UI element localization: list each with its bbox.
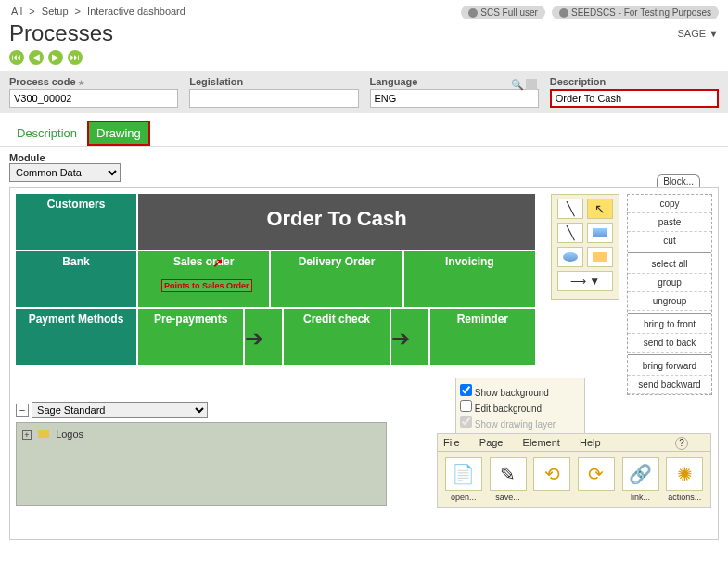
- tool-pointer[interactable]: ↖: [587, 199, 613, 219]
- open-icon: 📄: [445, 457, 482, 491]
- resource-select[interactable]: Sage Standard: [32, 402, 208, 418]
- tab-description[interactable]: Description: [9, 122, 84, 144]
- drawing-canvas[interactable]: Customers Order To Cash Bank Sales order…: [9, 187, 719, 540]
- redo-icon: ⟳: [578, 457, 615, 491]
- block-sales-order[interactable]: Sales order ↗ Points to Sales Order: [138, 251, 269, 307]
- filter-bar: Process code Legislation Language 🔍 Desc…: [0, 71, 728, 113]
- block-pre-payments[interactable]: Pre-payments: [138, 309, 243, 365]
- process-code-input[interactable]: [9, 89, 178, 108]
- ctx-bring-forward[interactable]: bring forward: [628, 357, 711, 376]
- search-icon[interactable]: 🔍: [511, 79, 524, 91]
- seed-button[interactable]: SEEDSCS - For Testing Purposes: [552, 6, 719, 19]
- language-input[interactable]: [370, 89, 539, 108]
- module-label: Module: [9, 152, 719, 163]
- sage-dropdown[interactable]: SAGE ▼: [677, 28, 719, 39]
- nav-first-icon[interactable]: ⏮: [9, 50, 24, 65]
- ctx-cut[interactable]: cut: [628, 232, 711, 250]
- block-payment-methods[interactable]: Payment Methods: [16, 309, 136, 365]
- link-button[interactable]: 🔗link...: [620, 457, 661, 502]
- legislation-label: Legislation: [189, 76, 358, 87]
- tool-connector[interactable]: ⟶ ▼: [557, 271, 613, 291]
- ctx-send-backward[interactable]: send backward: [628, 376, 711, 394]
- lang-menu-icon[interactable]: [526, 79, 537, 90]
- ctx-paste[interactable]: paste: [628, 213, 711, 232]
- arrow-icon: ➔: [391, 309, 428, 365]
- show-layer-checkbox: Show drawing layer: [460, 416, 581, 430]
- menu-page[interactable]: Page: [479, 437, 504, 448]
- crumb-all[interactable]: All: [11, 6, 22, 17]
- menu-element[interactable]: Element: [523, 437, 560, 448]
- page-title: Processes: [9, 20, 113, 46]
- resource-panel: − Sage Standard + Logos: [16, 402, 387, 506]
- ctx-select-all[interactable]: select all: [628, 255, 711, 274]
- tree-item-logos[interactable]: + Logos: [22, 429, 380, 440]
- bottom-toolbar: File Page Element Help ? 📄open... ✎save.…: [437, 433, 711, 508]
- scs-user-label: SCS Full user: [480, 7, 538, 18]
- edit-background-checkbox[interactable]: Edit background: [460, 400, 581, 414]
- resource-tree[interactable]: + Logos: [16, 422, 387, 506]
- help-icon[interactable]: ?: [675, 437, 688, 450]
- tool-rectangle[interactable]: [587, 223, 613, 243]
- nav-next-icon[interactable]: ▶: [48, 50, 63, 65]
- description-label: Description: [550, 76, 719, 87]
- show-background-checkbox[interactable]: Show background: [460, 384, 581, 398]
- block-button[interactable]: Block...: [657, 174, 700, 187]
- tool-line2[interactable]: ╲: [557, 223, 583, 243]
- collapse-button[interactable]: −: [16, 404, 29, 417]
- nav-prev-icon[interactable]: ◀: [29, 50, 44, 65]
- ctx-send-back[interactable]: send to back: [628, 334, 711, 353]
- save-button[interactable]: ✎save...: [488, 457, 529, 502]
- annotation-label: Points to Sales Order: [161, 279, 252, 292]
- crumb-setup[interactable]: Setup: [42, 6, 69, 17]
- save-icon: ✎: [490, 457, 527, 491]
- annotation-arrow-icon: ↗: [212, 255, 224, 270]
- module-select[interactable]: Common Data: [9, 163, 121, 182]
- process-code-label: Process code: [9, 76, 178, 87]
- folder-icon: [38, 430, 49, 438]
- ctx-copy[interactable]: copy: [628, 195, 711, 213]
- tool-ellipse[interactable]: [557, 247, 583, 267]
- block-delivery-order[interactable]: Delivery Order: [271, 251, 402, 307]
- gear-icon: ✺: [666, 457, 703, 491]
- menu-help[interactable]: Help: [580, 437, 601, 448]
- block-reminder[interactable]: Reminder: [430, 309, 535, 365]
- undo-button[interactable]: ⟲: [531, 457, 572, 502]
- undo-icon: ⟲: [533, 457, 570, 491]
- redo-button[interactable]: ⟳: [576, 457, 617, 502]
- tool-folder[interactable]: [587, 247, 613, 267]
- ctx-group[interactable]: group: [628, 274, 711, 292]
- arrow-icon: ➔: [245, 309, 282, 365]
- ctx-ungroup[interactable]: ungroup: [628, 292, 711, 311]
- ctx-bring-front[interactable]: bring to front: [628, 315, 711, 334]
- context-menu: copy paste cut select all group ungroup …: [627, 194, 712, 395]
- tab-drawing[interactable]: Drawing: [87, 121, 150, 146]
- tool-palette: ╲ ↖ ╲ ⟶ ▼: [551, 194, 619, 300]
- nav-last-icon[interactable]: ⏭: [68, 50, 83, 65]
- block-bank[interactable]: Bank: [16, 251, 136, 307]
- description-input[interactable]: [550, 89, 719, 108]
- block-title[interactable]: Order To Cash: [138, 194, 535, 250]
- block-credit-check[interactable]: Credit check: [284, 309, 389, 365]
- menu-file[interactable]: File: [443, 437, 460, 448]
- link-icon: 🔗: [622, 457, 659, 491]
- open-button[interactable]: 📄open...: [443, 457, 484, 502]
- expand-icon[interactable]: +: [22, 430, 32, 440]
- seed-label: SEEDSCS - For Testing Purposes: [571, 7, 711, 18]
- tool-line[interactable]: ╲: [557, 199, 583, 219]
- block-customers[interactable]: Customers: [16, 194, 136, 250]
- crumb-dashboard[interactable]: Interactive dashboard: [87, 6, 185, 17]
- actions-button[interactable]: ✺actions...: [664, 457, 705, 502]
- block-invoicing[interactable]: Invoicing: [404, 251, 535, 307]
- background-options: Show background Edit background Show dra…: [455, 378, 585, 436]
- scs-user-button[interactable]: SCS Full user: [461, 6, 545, 19]
- legislation-input[interactable]: [189, 89, 358, 108]
